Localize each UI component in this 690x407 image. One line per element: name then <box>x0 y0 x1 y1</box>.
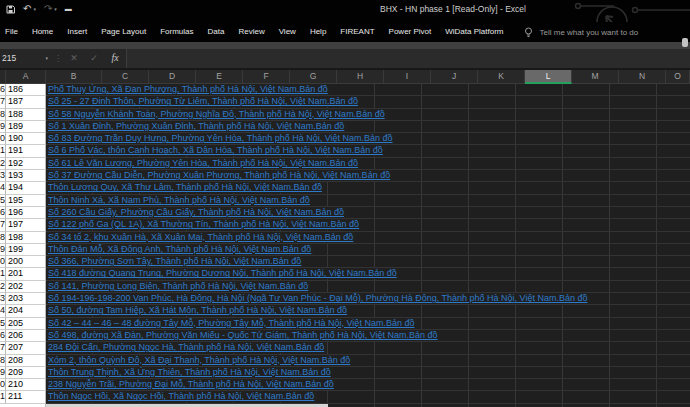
row-number-cell[interactable]: 198 <box>6 232 46 244</box>
address-cell[interactable]: Số 34 tổ 2, khu Xuân Hà, Xã Xuân Mai, Th… <box>46 232 690 244</box>
enter-icon[interactable]: ✓ <box>84 49 104 68</box>
address-link[interactable]: Số 194-196-198-200 Van Phúc, Hà Đông, Hà… <box>46 293 590 304</box>
address-cell[interactable]: Số 83 Đường Trần Duy Hưng, Phường Yên Hò… <box>46 133 690 145</box>
row-number-cell[interactable]: 210 <box>6 379 46 391</box>
ribbon-tab-file[interactable]: File <box>0 22 25 42</box>
address-cell[interactable]: Thôn Ninh Xá, Xã Nam Phù, Thành phố Hà N… <box>46 195 690 207</box>
address-cell[interactable]: 238 Nguyễn Trãi, Phường Đại Mỗ, Thành ph… <box>46 379 690 391</box>
column-header-C[interactable]: C <box>102 70 149 84</box>
address-cell[interactable]: Số 260 Cầu Giấy, Phường Cầu Giấy, Thành … <box>46 207 690 219</box>
ribbon-tab-page-layout[interactable]: Page Layout <box>94 22 153 42</box>
address-link[interactable]: Số 141, Phường Long Biên, Thành phố Hà N… <box>46 281 311 292</box>
address-link[interactable]: Số 260 Cầu Giấy, Phường Cầu Giấy, Thành … <box>46 207 347 218</box>
address-link[interactable]: Thôn Ngọc Hồi, Xã Ngọc Hồi, Thành phố Hà… <box>46 391 317 402</box>
address-link[interactable]: Số 42 – 44 – 46 – 48 đường Tây Mỗ, Phườn… <box>46 318 417 329</box>
address-link[interactable]: Số 34 tổ 2, khu Xuân Hà, Xã Xuân Mai, Th… <box>46 232 356 243</box>
column-header-D[interactable]: D <box>149 70 196 84</box>
address-cell[interactable]: Số 498, đường Xã Đàn, Phường Văn Miếu - … <box>46 330 690 342</box>
row-number-cell[interactable]: 195 <box>6 195 46 207</box>
address-cell[interactable]: Số 50, đường Tam Hiệp, Xã Hát Môn, Thành… <box>46 305 690 317</box>
row-number-cell[interactable]: 192 <box>6 158 46 170</box>
address-cell[interactable]: Số 194-196-198-200 Van Phúc, Hà Đông, Hà… <box>46 293 690 305</box>
column-header-N[interactable]: N <box>619 70 666 84</box>
column-header-K[interactable]: K <box>478 70 525 84</box>
ribbon-tab-home[interactable]: Home <box>25 22 60 42</box>
address-cell[interactable]: Số 141, Phường Long Biên, Thành phố Hà N… <box>46 281 690 293</box>
row-number-cell[interactable]: 186 <box>6 84 46 96</box>
address-cell[interactable]: Số 6 Phố Vác, thôn Canh Hoạch, Xã Dân Hò… <box>46 145 690 157</box>
ribbon-tab-data[interactable]: Data <box>201 22 232 42</box>
address-cell[interactable]: Số 25 - 27 Đinh Thôn, Phường Từ Liêm, Th… <box>46 96 690 108</box>
column-header-B[interactable]: B <box>46 70 102 84</box>
row-number-cell[interactable]: 204 <box>6 305 46 317</box>
ribbon-tab-fireant[interactable]: FIREANT <box>333 22 381 42</box>
address-link[interactable]: Số 366, Phường Sơn Tây, Thành phố Hà Nội… <box>46 256 304 267</box>
address-link[interactable]: Số 50, đường Tam Hiệp, Xã Hát Môn, Thành… <box>46 305 350 316</box>
row-number-cell[interactable]: 194 <box>6 182 46 194</box>
row-number-cell[interactable]: 207 <box>6 342 46 354</box>
address-cell[interactable]: Số 1 Xuân Đỉnh, Phường Xuân Đỉnh, Thành … <box>46 121 690 133</box>
column-header-L[interactable]: L <box>525 70 572 84</box>
address-link[interactable]: Số 61 Lê Văn Lương, Phường Yên Hòa, Thàn… <box>46 158 361 169</box>
ribbon-tab-insert[interactable]: Insert <box>60 22 94 42</box>
address-cell[interactable]: Thôn Đản Mỗ, Xã Đông Anh, Thành phố Hà N… <box>46 244 690 256</box>
address-link[interactable]: Số 1 Xuân Đỉnh, Phường Xuân Đỉnh, Thành … <box>46 121 347 132</box>
insert-function-icon[interactable]: fx <box>104 49 126 68</box>
ribbon-tab-view[interactable]: View <box>272 22 303 42</box>
undo-icon[interactable]: ↶▾ <box>23 3 36 15</box>
customize-quick-access-icon[interactable]: ▬ <box>65 3 72 15</box>
address-link[interactable]: Số 6 Phố Vác, thôn Canh Hoạch, Xã Dân Hò… <box>46 145 386 156</box>
address-cell[interactable]: Xóm 2, thôn Quỳnh Đô, Xã Đại Thanh, Thàn… <box>46 355 690 367</box>
address-cell[interactable]: Thôn Ngọc Hồi, Xã Ngọc Hồi, Thành phố Hà… <box>46 391 690 403</box>
ribbon-tab-power-pivot[interactable]: Power Pivot <box>382 22 439 42</box>
name-box[interactable]: 215▾ <box>0 49 52 68</box>
row-number-cell[interactable]: 199 <box>6 244 46 256</box>
undo-dropdown-icon[interactable]: ▾ <box>33 3 36 15</box>
column-header-F[interactable]: F <box>243 70 290 84</box>
row-number-cell[interactable]: 196 <box>6 207 46 219</box>
column-header-I[interactable]: I <box>384 70 431 84</box>
address-link[interactable]: Số 25 - 27 Đinh Thôn, Phường Từ Liêm, Th… <box>46 96 361 107</box>
address-link[interactable]: Số 122 phố Ga (QL 1A), Xã Thường Tín, Th… <box>46 219 362 230</box>
save-icon[interactable] <box>6 5 15 14</box>
row-number-cell[interactable]: 188 <box>6 109 46 121</box>
address-link[interactable]: Số 37 Đường Cầu Diễn, Phường Xuân Phương… <box>46 170 393 181</box>
ribbon-tab-help[interactable]: Help <box>303 22 333 42</box>
redo-dropdown-icon[interactable]: ▾ <box>54 3 57 15</box>
address-cell[interactable]: Phố Thuy Ứng, Xã Đan Phượng, Thành phố H… <box>46 84 690 96</box>
row-number-cell[interactable]: 187 <box>6 96 46 108</box>
address-link[interactable]: Thôn Ninh Xá, Xã Nam Phù, Thành phố Hà N… <box>46 195 313 206</box>
cancel-icon[interactable]: ✕ <box>64 49 84 68</box>
ribbon-tab-widata-platform[interactable]: WiData Platform <box>438 22 510 42</box>
column-header-A[interactable]: A <box>6 70 46 84</box>
address-cell[interactable]: Số 37 Đường Cầu Diễn, Phường Xuân Phương… <box>46 170 690 182</box>
row-number-cell[interactable]: 208 <box>6 355 46 367</box>
address-cell[interactable]: Số 418 đường Quang Trung, Phường Dương N… <box>46 268 690 280</box>
ribbon-tab-formulas[interactable]: Formulas <box>153 22 200 42</box>
address-link[interactable]: 238 Nguyễn Trãi, Phường Đại Mỗ, Thành ph… <box>46 379 337 390</box>
row-number-cell[interactable]: 209 <box>6 367 46 379</box>
address-link[interactable]: Xóm 2, thôn Quỳnh Đô, Xã Đại Thanh, Thàn… <box>46 355 353 366</box>
column-header-G[interactable]: G <box>290 70 337 84</box>
row-number-cell[interactable]: 189 <box>6 121 46 133</box>
address-cell[interactable]: Số 58 Nguyễn Khánh Toàn, Phường Nghĩa Đô… <box>46 109 690 121</box>
address-cell[interactable]: Số 366, Phường Sơn Tây, Thành phố Hà Nội… <box>46 256 690 268</box>
name-box-dropdown-icon[interactable]: ▾ <box>45 49 48 68</box>
address-cell[interactable]: Số 122 phố Ga (QL 1A), Xã Thường Tín, Th… <box>46 219 690 231</box>
row-number-cell[interactable]: 206 <box>6 330 46 342</box>
row-number-cell[interactable]: 193 <box>6 170 46 182</box>
formula-input[interactable] <box>126 49 690 68</box>
address-cell[interactable]: Thôn Lương Quy, Xã Thư Lâm, Thành phố Hà… <box>46 182 690 194</box>
address-cell[interactable]: 284 Đội Cấn, Phường Ngọc Hà, Thành phố H… <box>46 342 690 354</box>
column-header-E[interactable]: E <box>196 70 243 84</box>
address-link[interactable]: Số 58 Nguyễn Khánh Toàn, Phường Nghĩa Đô… <box>46 109 388 120</box>
row-number-cell[interactable]: 197 <box>6 219 46 231</box>
row-number-cell[interactable]: 205 <box>6 318 46 330</box>
column-header-O[interactable]: O <box>666 70 690 84</box>
row-number-cell[interactable]: 200 <box>6 256 46 268</box>
address-link[interactable]: Thôn Đản Mỗ, Xã Đông Anh, Thành phố Hà N… <box>46 244 314 255</box>
tell-me-search[interactable]: Tell me what you want to do <box>524 27 638 38</box>
row-number-cell[interactable]: 203 <box>6 293 46 305</box>
address-link[interactable]: Thôn Lương Quy, Xã Thư Lâm, Thành phố Hà… <box>46 182 325 193</box>
column-header-J[interactable]: J <box>431 70 478 84</box>
